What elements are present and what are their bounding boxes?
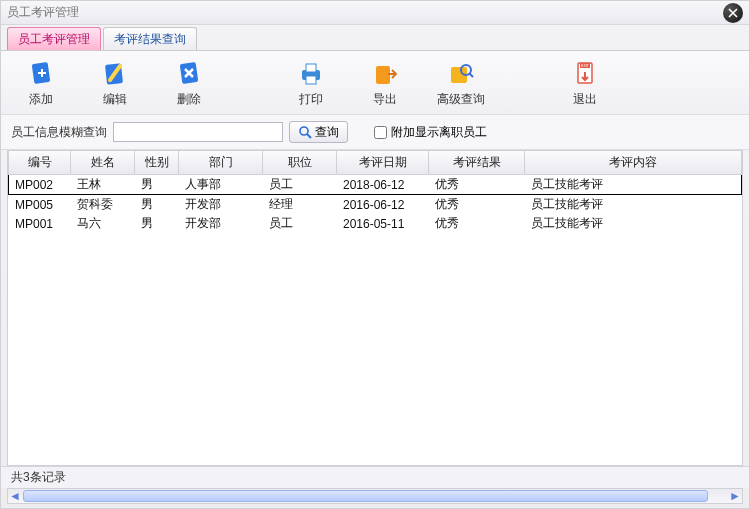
cell: 男 [135, 214, 179, 233]
cell: 开发部 [179, 214, 263, 233]
results-table: 编号姓名性别部门职位考评日期考评结果考评内容 MP002王林男人事部员工2018… [8, 151, 742, 233]
cell: 人事部 [179, 175, 263, 195]
svg-rect-5 [306, 76, 316, 84]
show-resigned-checkbox[interactable] [374, 126, 387, 139]
table-row[interactable]: MP005贺科委男开发部经理2016-06-12优秀员工技能考评 [9, 195, 742, 215]
col-header-0[interactable]: 编号 [9, 151, 71, 175]
cell: 王林 [71, 175, 135, 195]
edit-button[interactable]: 编辑 [93, 59, 137, 108]
add-button-label: 添加 [29, 91, 53, 108]
col-header-1[interactable]: 姓名 [71, 151, 135, 175]
col-header-4[interactable]: 职位 [263, 151, 337, 175]
print-button-label: 打印 [299, 91, 323, 108]
window: 员工考评管理 员工考评管理考评结果查询 添加编辑删除打印导出高级查询EXIT退出… [0, 0, 750, 509]
add-icon [24, 59, 58, 89]
col-header-2[interactable]: 性别 [135, 151, 179, 175]
svg-rect-4 [306, 64, 316, 72]
show-resigned-checkbox-wrap[interactable]: 附加显示离职员工 [374, 124, 487, 141]
table-body: MP002王林男人事部员工2018-06-12优秀员工技能考评MP005贺科委男… [9, 175, 742, 234]
cell: 优秀 [429, 214, 525, 233]
exit-icon: EXIT [568, 59, 602, 89]
cell: MP001 [9, 214, 71, 233]
table-row[interactable]: MP001马六男开发部员工2016-05-11优秀员工技能考评 [9, 214, 742, 233]
search-input[interactable] [113, 122, 283, 142]
cell: 2016-05-11 [337, 214, 429, 233]
cell: 2018-06-12 [337, 175, 429, 195]
cell: 优秀 [429, 175, 525, 195]
table-wrap: 编号姓名性别部门职位考评日期考评结果考评内容 MP002王林男人事部员工2018… [7, 150, 743, 466]
svg-text:EXIT: EXIT [581, 64, 590, 68]
table-row[interactable]: MP002王林男人事部员工2018-06-12优秀员工技能考评 [9, 175, 742, 195]
col-header-5[interactable]: 考评日期 [337, 151, 429, 175]
delete-button[interactable]: 删除 [167, 59, 211, 108]
cell: 员工 [263, 214, 337, 233]
search-label: 员工信息模糊查询 [11, 124, 107, 141]
exit-button-label: 退出 [573, 91, 597, 108]
cell: 员工 [263, 175, 337, 195]
cell: 员工技能考评 [525, 195, 742, 215]
cell: MP005 [9, 195, 71, 215]
query-button-label: 查询 [315, 124, 339, 141]
exit-button[interactable]: EXIT退出 [563, 59, 607, 108]
table-header-row: 编号姓名性别部门职位考评日期考评结果考评内容 [9, 151, 742, 175]
close-button[interactable] [723, 3, 743, 23]
search-bar: 员工信息模糊查询 查询 附加显示离职员工 [1, 115, 749, 150]
cell: 男 [135, 175, 179, 195]
tab-1[interactable]: 考评结果查询 [103, 27, 197, 50]
h-scrollbar[interactable]: ◄ ► [7, 488, 743, 504]
status-text: 共3条记录 [11, 469, 66, 486]
tab-0[interactable]: 员工考评管理 [7, 27, 101, 50]
edit-button-label: 编辑 [103, 91, 127, 108]
edit-icon [98, 59, 132, 89]
adv-search-icon [444, 59, 478, 89]
export-button[interactable]: 导出 [363, 59, 407, 108]
cell: 男 [135, 195, 179, 215]
col-header-7[interactable]: 考评内容 [525, 151, 742, 175]
adv-search-button-label: 高级查询 [437, 91, 485, 108]
cell: 开发部 [179, 195, 263, 215]
close-icon [728, 8, 738, 18]
scroll-track[interactable] [22, 490, 728, 502]
export-icon [368, 59, 402, 89]
scroll-right-arrow-icon[interactable]: ► [728, 489, 742, 503]
add-button[interactable]: 添加 [19, 59, 63, 108]
window-title: 员工考评管理 [7, 4, 723, 21]
cell: 员工技能考评 [525, 175, 742, 195]
status-bar: 共3条记录 [1, 466, 749, 488]
col-header-3[interactable]: 部门 [179, 151, 263, 175]
adv-search-button[interactable]: 高级查询 [437, 59, 485, 108]
search-icon [298, 125, 312, 139]
print-button[interactable]: 打印 [289, 59, 333, 108]
table-empty-area [8, 233, 742, 465]
svg-point-12 [300, 127, 308, 135]
query-button[interactable]: 查询 [289, 121, 348, 143]
delete-button-label: 删除 [177, 91, 201, 108]
tabstrip: 员工考评管理考评结果查询 [1, 25, 749, 51]
col-header-6[interactable]: 考评结果 [429, 151, 525, 175]
print-icon [294, 59, 328, 89]
scroll-left-arrow-icon[interactable]: ◄ [8, 489, 22, 503]
cell: 马六 [71, 214, 135, 233]
delete-icon [172, 59, 206, 89]
titlebar: 员工考评管理 [1, 1, 749, 25]
cell: MP002 [9, 175, 71, 195]
toolbar: 添加编辑删除打印导出高级查询EXIT退出 [1, 51, 749, 115]
cell: 员工技能考评 [525, 214, 742, 233]
scroll-thumb[interactable] [23, 490, 708, 502]
export-button-label: 导出 [373, 91, 397, 108]
cell: 经理 [263, 195, 337, 215]
cell: 优秀 [429, 195, 525, 215]
cell: 贺科委 [71, 195, 135, 215]
show-resigned-label: 附加显示离职员工 [391, 124, 487, 141]
cell: 2016-06-12 [337, 195, 429, 215]
svg-rect-6 [376, 66, 390, 84]
